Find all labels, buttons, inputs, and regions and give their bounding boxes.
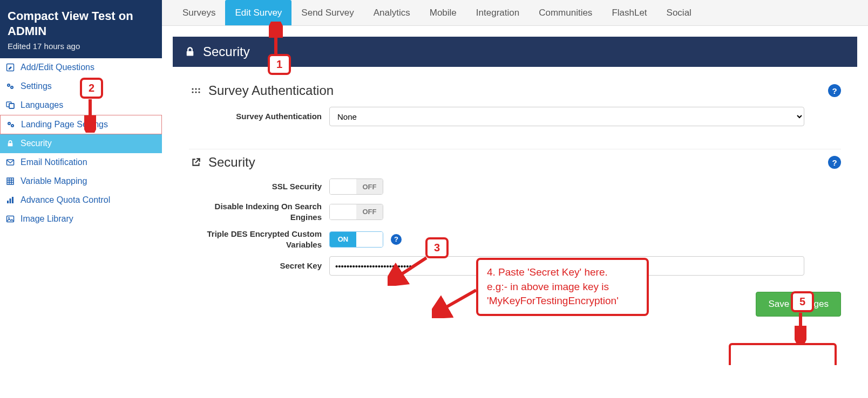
svg-point-4	[11, 87, 12, 88]
sidebar-item-label: Settings	[21, 81, 52, 91]
sidebar-item-label: Variable Mapping	[21, 176, 87, 186]
label-disable-indexing: Disable Indexing On Search Engines	[189, 201, 329, 222]
tab-communities[interactable]: Communities	[529, 0, 602, 25]
sidebar-item-security[interactable]: Security	[0, 134, 162, 153]
toggle-on-label: ON	[330, 204, 356, 219]
label-triple-des: Triple DES Encrypted Custom Variables	[189, 229, 329, 250]
tab-mobile[interactable]: Mobile	[420, 0, 466, 25]
tab-analytics[interactable]: Analytics	[364, 0, 420, 25]
sidebar-item-variable-mapping[interactable]: Variable Mapping	[0, 172, 162, 191]
tab-flashlet[interactable]: FlashLet	[602, 0, 656, 25]
lock-icon	[185, 46, 195, 57]
sidebar-item-label: Email Notification	[21, 157, 87, 167]
section-title: Survey Authentication	[208, 83, 334, 98]
section-title: Security	[208, 155, 255, 170]
external-link-icon	[189, 157, 203, 167]
sidebar-item-label: Languages	[21, 100, 63, 110]
edited-timestamp: Edited 17 hours ago	[8, 42, 154, 51]
annotation-callout-1: 1	[268, 54, 291, 75]
edit-icon	[5, 63, 15, 72]
svg-point-23	[198, 88, 200, 90]
lock-icon	[5, 140, 15, 147]
sidebar-item-image-library[interactable]: Image Library	[0, 210, 162, 229]
toggle-ssl-security[interactable]: ON OFF	[329, 179, 383, 195]
sidebar-item-label: Security	[21, 139, 52, 148]
sidebar-item-label: Add/Edit Questions	[21, 63, 94, 72]
help-icon[interactable]: ?	[828, 84, 841, 97]
annotation-arrow-3	[388, 253, 431, 286]
toggle-on-label: ON	[330, 179, 356, 194]
svg-point-24	[192, 91, 193, 93]
annotation-arrow-4	[432, 286, 480, 318]
gears-icon	[6, 120, 16, 129]
svg-rect-15	[7, 201, 9, 203]
image-icon	[5, 215, 15, 223]
sidebar-item-advance-quota-control[interactable]: Advance Quota Control	[0, 191, 162, 210]
tab-surveys[interactable]: Surveys	[173, 0, 225, 25]
survey-title: Compact View Test on ADMIN	[8, 9, 154, 38]
toggle-disable-indexing[interactable]: ON OFF	[329, 204, 383, 220]
svg-point-21	[192, 88, 193, 90]
svg-rect-16	[10, 198, 11, 203]
annotation-callout-3: 3	[425, 237, 449, 258]
toggle-off-label: OFF	[356, 204, 383, 219]
annotation-callout-2: 2	[80, 78, 103, 99]
section-heading-security: Security ?	[189, 155, 841, 170]
svg-point-22	[195, 88, 196, 90]
svg-line-29	[392, 258, 426, 280]
svg-rect-17	[12, 197, 13, 203]
sidebar-header: Compact View Test on ADMIN Edited 17 hou…	[0, 0, 162, 58]
svg-rect-14	[7, 178, 13, 184]
sidebar: Compact View Test on ADMIN Edited 17 hou…	[0, 0, 162, 365]
gears-icon	[5, 82, 15, 91]
sidebar-item-languages[interactable]: Languages	[0, 96, 162, 115]
svg-rect-12	[8, 143, 13, 146]
toggle-off-label: OFF	[356, 179, 383, 194]
sidebar-item-label: Image Library	[21, 214, 73, 224]
svg-point-25	[195, 91, 196, 93]
row-triple-des: Triple DES Encrypted Custom Variables ON…	[189, 229, 841, 250]
tab-integration[interactable]: Integration	[466, 0, 529, 25]
mail-icon	[5, 158, 15, 167]
annotation-arrow-1	[269, 22, 283, 55]
svg-line-30	[436, 290, 476, 313]
annotation-arrow-2	[84, 97, 96, 133]
annotation-arrow-5	[795, 311, 806, 343]
label-survey-authentication: Survey Authentication	[189, 111, 329, 122]
sidebar-item-add-edit-questions[interactable]: Add/Edit Questions	[0, 58, 162, 77]
page-title: Security	[203, 44, 250, 59]
tab-send-survey[interactable]: Send Survey	[291, 0, 363, 25]
row-survey-authentication: Survey Authentication None	[189, 107, 841, 126]
password-dots-icon	[189, 88, 203, 93]
svg-point-19	[8, 217, 10, 219]
svg-rect-18	[7, 216, 14, 222]
sidebar-item-email-notification[interactable]: Email Notification	[0, 153, 162, 172]
help-icon[interactable]: ?	[828, 156, 841, 169]
help-icon[interactable]: ?	[391, 234, 402, 245]
annotation-save-outline	[729, 343, 837, 365]
row-ssl-security: SSL Security ON OFF	[189, 179, 841, 195]
top-nav: Surveys Edit Survey Send Survey Analytic…	[162, 0, 868, 26]
bars-icon	[5, 196, 15, 204]
svg-point-26	[198, 91, 200, 93]
toggle-off-label: OFF	[356, 232, 383, 247]
toggle-triple-des[interactable]: ON OFF	[329, 231, 383, 248]
svg-point-3	[8, 85, 9, 86]
annotation-note-4: 4. Paste 'Secret Key' here. e.g:- in abo…	[476, 258, 649, 316]
label-ssl-security: SSL Security	[189, 181, 329, 192]
svg-rect-20	[187, 51, 194, 56]
section-survey-authentication: Survey Authentication ? Survey Authentic…	[189, 78, 841, 149]
tab-social[interactable]: Social	[657, 0, 701, 25]
toggle-on-label: ON	[330, 232, 356, 247]
select-survey-authentication[interactable]: None	[329, 107, 804, 126]
grid-icon	[5, 177, 15, 186]
sidebar-item-landing-page-settings[interactable]: Landing Page Settings	[0, 115, 162, 134]
label-secret-key: Secret Key	[189, 260, 329, 271]
svg-point-11	[12, 125, 13, 126]
svg-point-10	[9, 123, 10, 124]
annotation-callout-5: 5	[791, 291, 814, 312]
svg-rect-6	[9, 104, 14, 108]
language-icon	[5, 101, 15, 109]
section-heading-auth: Survey Authentication ?	[189, 83, 841, 98]
row-disable-indexing: Disable Indexing On Search Engines ON OF…	[189, 201, 841, 222]
